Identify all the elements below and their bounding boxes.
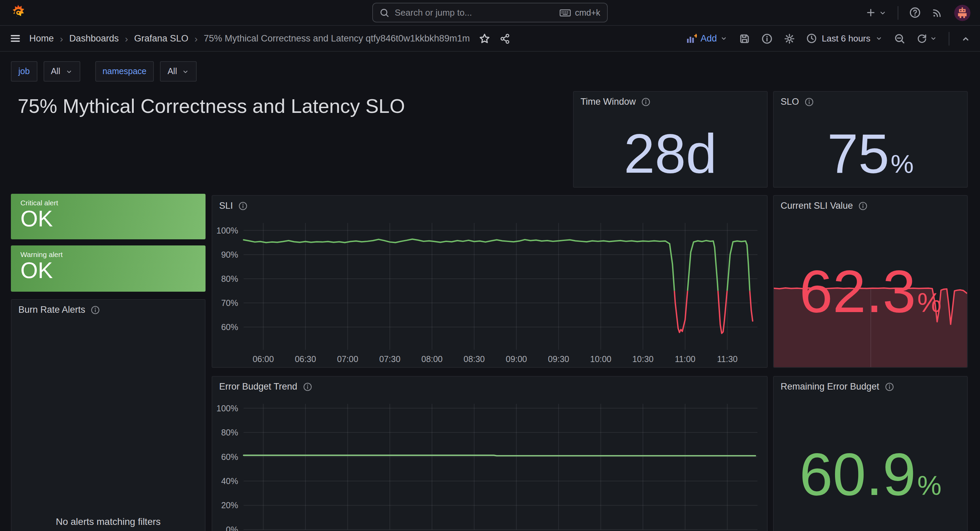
- breadcrumb-current: 75% Mythical Correctness and Latency qtf…: [204, 33, 470, 43]
- panel-current-sli[interactable]: Current SLI Value 62.3%: [773, 195, 968, 368]
- panel-remaining-error-budget[interactable]: Remaining Error Budget 60.9%: [773, 376, 968, 531]
- svg-text:10:30: 10:30: [632, 354, 653, 364]
- add-button[interactable]: Add: [686, 33, 728, 44]
- svg-text:70%: 70%: [221, 298, 238, 308]
- dashboard-settings-button[interactable]: [784, 33, 795, 44]
- alert-label: Critical alert: [21, 198, 196, 207]
- plus-icon: [865, 8, 876, 18]
- svg-text:07:00: 07:00: [337, 354, 358, 364]
- sli-chart[interactable]: 100%90%80%70%60%06:0006:3007:0007:3008:0…: [212, 196, 767, 368]
- svg-text:0%: 0%: [226, 525, 238, 531]
- search-placeholder: Search or jump to...: [395, 8, 554, 18]
- panel-title: Error Budget Trend: [219, 381, 298, 392]
- mega-menu-button[interactable]: [10, 33, 21, 44]
- divider: [949, 32, 950, 45]
- page-title: 75% Mythical Correctness and Latency SLO: [18, 95, 405, 117]
- hamburger-icon: [10, 33, 21, 44]
- star-button[interactable]: [479, 33, 490, 44]
- breadcrumb-separator: ›: [194, 33, 197, 44]
- chevron-down-icon: [721, 35, 728, 42]
- svg-text:60%: 60%: [221, 452, 238, 462]
- grafana-dashboard: Search or jump to... cmd+k: [0, 0, 980, 531]
- current-sli-value: 62.3%: [774, 257, 967, 327]
- zoom-out-button[interactable]: [894, 33, 905, 44]
- add-panel-icon: [686, 33, 697, 44]
- clock-icon: [807, 33, 817, 43]
- info-icon: [762, 33, 773, 44]
- top-nav-actions: [865, 5, 970, 21]
- panel-slo[interactable]: SLO 75%: [773, 91, 968, 188]
- dashboard-toolbar: Home › Dashboards › Grafana SLO › 75% My…: [0, 26, 980, 52]
- svg-text:06:00: 06:00: [253, 354, 274, 364]
- panel-sli[interactable]: SLI 100%90%80%70%60%06:0006:3007:0007:30…: [212, 195, 768, 368]
- svg-text:60%: 60%: [221, 322, 238, 332]
- variable-job-label: job: [11, 61, 37, 82]
- info-icon[interactable]: [641, 97, 651, 106]
- panel-time-window[interactable]: Time Window 28d: [573, 91, 768, 188]
- panel-error-budget-trend[interactable]: Error Budget Trend 100%80%60%40%20%0%: [212, 376, 768, 531]
- panel-title: SLI: [219, 201, 233, 211]
- info-icon[interactable]: [303, 382, 312, 391]
- search-icon: [380, 8, 389, 17]
- save-button[interactable]: [740, 33, 750, 44]
- chevron-down-icon: [930, 35, 937, 42]
- search-input[interactable]: Search or jump to... cmd+k: [372, 3, 608, 22]
- svg-text:11:30: 11:30: [717, 354, 738, 364]
- breadcrumb-dashboards[interactable]: Dashboards: [69, 33, 119, 43]
- variable-job-select[interactable]: All: [43, 61, 80, 82]
- share-button[interactable]: [500, 33, 511, 44]
- info-icon[interactable]: [885, 382, 894, 391]
- svg-text:09:30: 09:30: [548, 354, 569, 364]
- keyboard-icon: [559, 8, 571, 17]
- info-icon[interactable]: [239, 201, 248, 211]
- svg-text:40%: 40%: [221, 476, 238, 486]
- info-icon[interactable]: [859, 201, 868, 211]
- panel-title: SLO: [781, 97, 799, 107]
- svg-text:08:00: 08:00: [421, 354, 442, 364]
- svg-text:90%: 90%: [221, 250, 238, 259]
- alert-status: OK: [21, 259, 196, 282]
- search-shortcut: cmd+k: [559, 8, 600, 17]
- svg-text:100%: 100%: [216, 404, 238, 413]
- variable-namespace-select[interactable]: All: [160, 61, 197, 82]
- time-range-picker[interactable]: Last 6 hours: [807, 33, 883, 43]
- avatar[interactable]: [954, 5, 970, 21]
- breadcrumb-folder[interactable]: Grafana SLO: [134, 33, 188, 43]
- svg-text:11:00: 11:00: [675, 354, 695, 364]
- breadcrumb-separator: ›: [60, 33, 63, 44]
- info-icon[interactable]: [804, 97, 814, 106]
- star-icon: [479, 33, 490, 44]
- panel-warning-alert[interactable]: Warning alert OK: [11, 246, 205, 292]
- help-button[interactable]: [909, 7, 921, 18]
- divider: [898, 6, 898, 19]
- chevron-down-icon: [878, 8, 887, 17]
- slo-value: 75%: [774, 122, 967, 185]
- svg-text:08:30: 08:30: [463, 354, 485, 364]
- kiosk-mode-button[interactable]: [961, 34, 970, 43]
- svg-text:80%: 80%: [221, 428, 238, 437]
- svg-text:09:00: 09:00: [506, 354, 527, 364]
- rss-icon: [932, 7, 943, 18]
- breadcrumb-separator: ›: [125, 33, 128, 44]
- time-range-label: Last 6 hours: [822, 33, 870, 43]
- variables-row: job All namespace All: [11, 61, 197, 82]
- info-icon[interactable]: [91, 305, 100, 314]
- chevron-down-icon: [182, 68, 189, 76]
- no-alerts-message: No alerts matching filters: [11, 516, 205, 527]
- variable-namespace-label: namespace: [95, 61, 154, 82]
- save-icon: [740, 33, 750, 44]
- breadcrumb-home[interactable]: Home: [29, 33, 54, 43]
- error-budget-trend-chart[interactable]: 100%80%60%40%20%0%: [212, 377, 767, 531]
- panel-title: Current SLI Value: [781, 201, 853, 211]
- svg-text:20%: 20%: [221, 501, 238, 510]
- panel-critical-alert[interactable]: Critical alert OK: [11, 194, 205, 239]
- zoom-out-icon: [894, 33, 905, 44]
- panel-burn-rate-alerts[interactable]: Burn Rate Alerts No alerts matching filt…: [11, 299, 205, 531]
- new-button[interactable]: [865, 8, 887, 18]
- news-button[interactable]: [932, 7, 943, 18]
- grafana-logo[interactable]: [10, 4, 27, 21]
- dashboard-insights-button[interactable]: [762, 33, 773, 44]
- caret-up-icon: [961, 34, 970, 43]
- panel-title: Time Window: [581, 97, 636, 107]
- refresh-button[interactable]: [917, 33, 937, 43]
